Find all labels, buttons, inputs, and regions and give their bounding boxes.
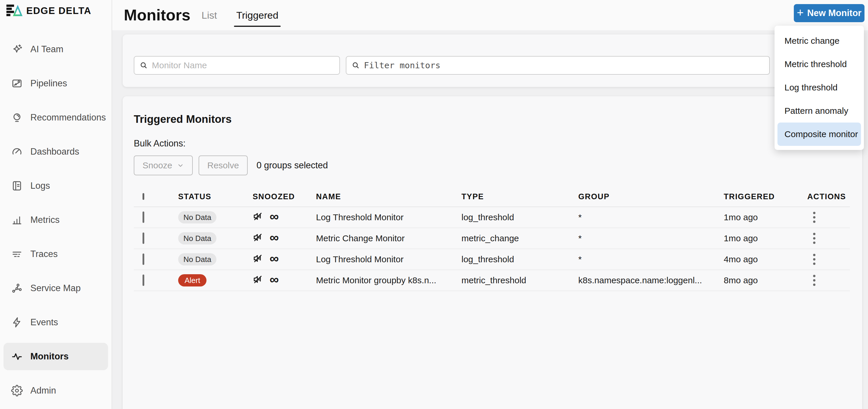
infinity-icon: ∞: [270, 252, 279, 265]
sidebar-item-label: Monitors: [30, 351, 69, 362]
resolve-button[interactable]: Resolve: [198, 156, 248, 175]
monitor-name[interactable]: Log Threshold Monitor: [316, 212, 461, 222]
tab-bar: List Triggered: [200, 0, 280, 30]
sidebar: EDGE DELTA AI Team Pipelines Recommendat…: [0, 0, 112, 409]
sidebar-item-label: Admin: [30, 385, 56, 396]
row-checkbox[interactable]: [143, 233, 144, 244]
monitor-name[interactable]: Metric Change Monitor: [316, 233, 461, 243]
sidebar-item-metrics[interactable]: Metrics: [0, 203, 112, 237]
monitor-name[interactable]: Log Threshold Monitor: [316, 254, 461, 264]
monitor-group: k8s.namespace.name:loggenl...: [578, 275, 724, 285]
column-type: TYPE: [461, 192, 578, 201]
sidebar-item-admin[interactable]: Admin: [0, 373, 112, 408]
sidebar-item-label: Metrics: [30, 215, 60, 225]
sidebar-item-events[interactable]: Events: [0, 305, 112, 339]
monitor-type: log_threshold: [461, 254, 578, 264]
table-body: No Data ∞ Log Threshold Monitor log_thre…: [134, 207, 850, 291]
sidebar-item-label: Dashboards: [30, 146, 79, 157]
gear-icon: [11, 385, 23, 397]
tab-list[interactable]: List: [200, 0, 219, 30]
page-title: Monitors: [124, 6, 190, 24]
mute-icon: [253, 232, 263, 245]
search-icon: [140, 61, 148, 69]
sidebar-item-logs[interactable]: Logs: [0, 169, 112, 203]
table-row: No Data ∞ Metric Change Monitor metric_c…: [134, 228, 850, 249]
brand-logo: EDGE DELTA: [6, 3, 91, 18]
sidebar-item-traces[interactable]: Traces: [0, 237, 112, 271]
sidebar-item-monitors[interactable]: Monitors: [0, 339, 112, 373]
selection-count: 0 groups selected: [256, 160, 328, 171]
menu-item-metric-change[interactable]: Metric change: [775, 29, 864, 53]
sidebar-nav: AI Team Pipelines Recommendations Dashbo…: [0, 32, 112, 408]
monitor-type: metric_change: [461, 233, 578, 243]
column-actions: ACTIONS: [807, 192, 850, 201]
zap-icon: [11, 316, 23, 328]
app-root: EDGE DELTA AI Team Pipelines Recommendat…: [0, 0, 868, 409]
infinity-icon: ∞: [270, 210, 279, 223]
monitor-name-input[interactable]: [152, 57, 339, 74]
table-row: No Data ∞ Log Threshold Monitor log_thre…: [134, 207, 850, 228]
section-title: Triggered Monitors: [134, 113, 231, 126]
search-icon: [352, 61, 360, 69]
filter-bar: [123, 34, 862, 87]
monitors-table: STATUS SNOOZED NAME TYPE GROUP TRIGGERED…: [134, 187, 850, 291]
row-checkbox[interactable]: [143, 274, 144, 286]
column-triggered: TRIGGERED: [724, 192, 807, 201]
sidebar-item-pipelines[interactable]: Pipelines: [0, 66, 112, 100]
row-actions-kebab-icon[interactable]: [813, 254, 816, 265]
row-actions-kebab-icon[interactable]: [813, 212, 816, 223]
sidebar-item-label: Service Map: [30, 283, 81, 294]
column-group: GROUP: [578, 192, 724, 201]
tab-triggered[interactable]: Triggered: [235, 0, 280, 30]
menu-item-pattern-anomaly[interactable]: Pattern anomaly: [775, 99, 864, 123]
topbar: Monitors List Triggered + New Monitor: [112, 0, 868, 30]
filter-monitors-search[interactable]: [346, 56, 770, 75]
row-actions-kebab-icon[interactable]: [813, 233, 816, 244]
monitor-name-search[interactable]: [134, 56, 340, 75]
sidebar-item-recommendations[interactable]: Recommendations: [0, 100, 112, 135]
monitor-group: *: [578, 254, 724, 264]
sidebar-item-service-map[interactable]: Service Map: [0, 271, 112, 305]
mute-icon: [253, 274, 263, 287]
sidebar-item-dashboards[interactable]: Dashboards: [0, 135, 112, 169]
monitor-group: *: [578, 212, 724, 222]
row-actions-kebab-icon[interactable]: [813, 275, 816, 286]
sidebar-item-label: Pipelines: [30, 78, 67, 89]
mute-icon: [253, 211, 263, 224]
table-header: STATUS SNOOZED NAME TYPE GROUP TRIGGERED…: [134, 187, 850, 207]
column-snoozed: SNOOZED: [253, 192, 316, 201]
sidebar-item-label: Logs: [30, 180, 50, 191]
status-badge: No Data: [178, 211, 216, 224]
bulk-actions-label: Bulk Actions:: [134, 138, 185, 149]
filter-monitors-input[interactable]: [364, 57, 769, 74]
monitor-triggered: 4mo ago: [724, 254, 807, 264]
snooze-button[interactable]: Snooze: [134, 156, 193, 175]
monitor-name[interactable]: Metric Monitor groupby k8s.n...: [316, 275, 461, 285]
row-checkbox[interactable]: [143, 211, 144, 223]
lightbulb-icon: [11, 112, 23, 124]
status-badge: Alert: [178, 274, 207, 286]
menu-item-log-threshold[interactable]: Log threshold: [775, 76, 864, 99]
select-all-checkbox[interactable]: [143, 193, 144, 200]
bar-chart-icon: [11, 214, 23, 226]
gauge-icon: [11, 146, 23, 158]
column-name: NAME: [316, 192, 461, 201]
plus-icon: +: [797, 7, 803, 19]
monitor-triggered: 1mo ago: [724, 233, 807, 243]
ai-sparkle-icon: [11, 43, 23, 55]
status-badge: No Data: [178, 232, 216, 244]
monitor-triggered: 8mo ago: [724, 275, 807, 285]
new-monitor-button[interactable]: + New Monitor: [794, 4, 865, 22]
menu-item-metric-threshold[interactable]: Metric threshold: [775, 53, 864, 76]
logs-icon: [11, 180, 23, 192]
infinity-icon: ∞: [270, 231, 279, 244]
table-row: Alert ∞ Metric Monitor groupby k8s.n... …: [134, 270, 850, 291]
activity-icon: [11, 351, 23, 362]
menu-item-composite-monitor[interactable]: Composite monitor: [777, 123, 861, 146]
sidebar-item-label: Recommendations: [30, 112, 106, 123]
brand-name: EDGE DELTA: [26, 5, 91, 16]
sidebar-item-ai-team[interactable]: AI Team: [0, 32, 112, 66]
sidebar-item-label: Events: [30, 317, 58, 328]
edgedelta-logo-icon: [6, 3, 23, 18]
row-checkbox[interactable]: [143, 253, 144, 265]
